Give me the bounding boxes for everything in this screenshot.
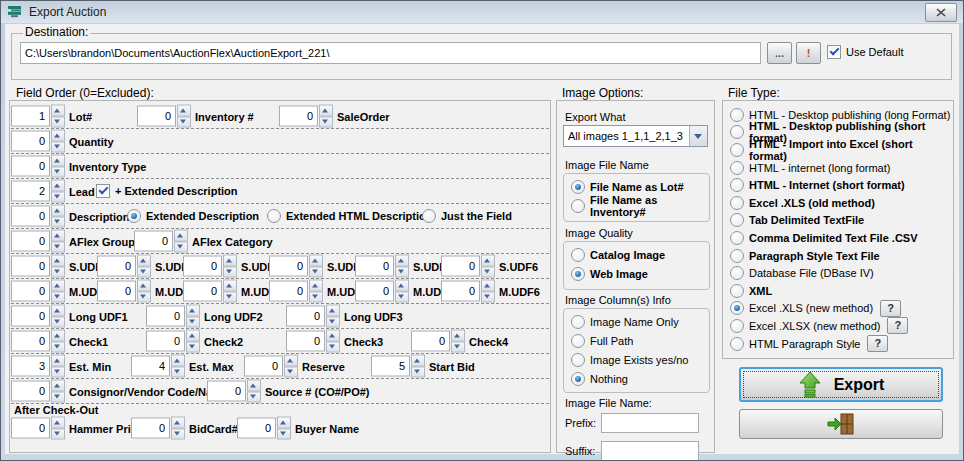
spinner-down-button[interactable] bbox=[319, 116, 333, 128]
spinner-up-button[interactable] bbox=[309, 255, 323, 267]
export-what-dropdown[interactable]: All images 1_1,1_2,1_3 bbox=[563, 125, 708, 147]
radio-option-image-name-only[interactable]: Image Name Only bbox=[564, 312, 709, 331]
spinner-up-button[interactable] bbox=[411, 355, 425, 367]
spinner-up-button[interactable] bbox=[51, 280, 65, 292]
file-type-option-excel-xls-old-method[interactable]: Excel .XLS (old method) bbox=[723, 194, 953, 212]
radio-option-file-name-as-inventory[interactable]: File Name as Inventory# bbox=[564, 196, 709, 215]
spinner-value[interactable]: 0 bbox=[134, 231, 173, 252]
radio-option-extended-description[interactable]: Extended Description bbox=[127, 209, 259, 223]
spinner-down-button[interactable] bbox=[51, 191, 65, 203]
spinner-down-button[interactable] bbox=[326, 316, 340, 328]
spinner-down-button[interactable] bbox=[51, 166, 65, 178]
spinner-value[interactable]: 0 bbox=[131, 418, 170, 439]
spinner-down-button[interactable] bbox=[137, 266, 151, 278]
spinner-up-button[interactable] bbox=[186, 330, 200, 342]
spinner-value[interactable]: 0 bbox=[286, 331, 325, 352]
spinner-value[interactable]: 0 bbox=[441, 281, 480, 302]
spinner-down-button[interactable] bbox=[51, 141, 65, 153]
spinner-value[interactable]: 1 bbox=[11, 106, 50, 127]
spinner-up-button[interactable] bbox=[319, 105, 333, 117]
spinner-down-button[interactable] bbox=[51, 428, 65, 440]
export-button[interactable]: Export bbox=[739, 367, 943, 402]
file-type-option-excel-xls-new-method[interactable]: Excel .XLS (new method)? bbox=[723, 300, 953, 318]
spinner-down-button[interactable] bbox=[481, 266, 495, 278]
spinner-up-button[interactable] bbox=[247, 380, 261, 392]
checkbox-extended-description[interactable]: + Extended Description bbox=[96, 184, 238, 198]
spinner-up-button[interactable] bbox=[51, 417, 65, 429]
spinner-down-button[interactable] bbox=[51, 216, 65, 228]
spinner-down-button[interactable] bbox=[171, 366, 185, 378]
spinner-up-button[interactable] bbox=[171, 355, 185, 367]
spinner-value[interactable]: 0 bbox=[11, 156, 50, 177]
spinner-up-button[interactable] bbox=[309, 280, 323, 292]
spinner-value[interactable]: 0 bbox=[355, 256, 394, 277]
prefix-input[interactable] bbox=[601, 413, 699, 433]
spinner-up-button[interactable] bbox=[174, 230, 188, 242]
spinner-up-button[interactable] bbox=[51, 330, 65, 342]
spinner-up-button[interactable] bbox=[223, 255, 237, 267]
destination-path-input[interactable] bbox=[20, 42, 761, 64]
spinner-up-button[interactable] bbox=[326, 330, 340, 342]
spinner-down-button[interactable] bbox=[395, 291, 409, 303]
spinner-value[interactable]: 0 bbox=[11, 281, 50, 302]
spinner-value[interactable]: 0 bbox=[11, 231, 50, 252]
file-type-option-paragraph-style-text-file[interactable]: Paragraph Style Text File bbox=[723, 247, 953, 265]
spinner-down-button[interactable] bbox=[51, 366, 65, 378]
spinner-up-button[interactable] bbox=[177, 105, 191, 117]
spinner-down-button[interactable] bbox=[284, 366, 298, 378]
file-type-option-comma-delimited-text-file-csv[interactable]: Comma Delimited Text File .CSV bbox=[723, 229, 953, 247]
spinner-down-button[interactable] bbox=[223, 291, 237, 303]
spinner-up-button[interactable] bbox=[137, 255, 151, 267]
spinner-down-button[interactable] bbox=[186, 341, 200, 353]
spinner-value[interactable]: 0 bbox=[441, 256, 480, 277]
spinner-down-button[interactable] bbox=[174, 241, 188, 253]
radio-option-web-image[interactable]: Web Image bbox=[564, 264, 709, 283]
spinner-down-button[interactable] bbox=[309, 291, 323, 303]
chevron-down-icon[interactable] bbox=[689, 126, 707, 146]
spinner-up-button[interactable] bbox=[51, 205, 65, 217]
spinner-value[interactable]: 0 bbox=[11, 381, 50, 402]
help-button[interactable]: ? bbox=[880, 300, 901, 317]
browse-button[interactable]: ... bbox=[767, 42, 792, 64]
spinner-value[interactable]: 0 bbox=[411, 331, 450, 352]
spinner-value[interactable]: 0 bbox=[137, 106, 176, 127]
spinner-down-button[interactable] bbox=[411, 366, 425, 378]
spinner-value[interactable]: 0 bbox=[279, 106, 318, 127]
help-button[interactable]: ? bbox=[887, 317, 908, 334]
spinner-value[interactable]: 0 bbox=[11, 331, 50, 352]
spinner-down-button[interactable] bbox=[51, 116, 65, 128]
spinner-value[interactable]: 0 bbox=[183, 281, 222, 302]
spinner-down-button[interactable] bbox=[395, 266, 409, 278]
spinner-value[interactable]: 0 bbox=[11, 306, 50, 327]
spinner-value[interactable]: 0 bbox=[207, 381, 246, 402]
spinner-down-button[interactable] bbox=[223, 266, 237, 278]
radio-option-image-exists-yes-no[interactable]: Image Exists yes/no bbox=[564, 350, 709, 369]
spinner-up-button[interactable] bbox=[51, 105, 65, 117]
spinner-down-button[interactable] bbox=[326, 341, 340, 353]
file-type-option-excel-xlsx-new-method[interactable]: Excel .XLSX (new method)? bbox=[723, 317, 953, 335]
spinner-up-button[interactable] bbox=[223, 280, 237, 292]
spinner-down-button[interactable] bbox=[451, 341, 465, 353]
spinner-value[interactable]: 3 bbox=[11, 356, 50, 377]
spinner-value[interactable]: 0 bbox=[244, 356, 283, 377]
file-type-option-html-internet-short-format[interactable]: HTML - Internet (short format) bbox=[723, 176, 953, 194]
spinner-up-button[interactable] bbox=[51, 305, 65, 317]
spinner-up-button[interactable] bbox=[51, 355, 65, 367]
spinner-up-button[interactable] bbox=[277, 417, 291, 429]
radio-option-just-the-field[interactable]: Just the Field bbox=[422, 209, 512, 223]
spinner-down-button[interactable] bbox=[51, 316, 65, 328]
file-type-option-html-paragraph-style[interactable]: HTML Paragraph Style? bbox=[723, 335, 953, 353]
spinner-up-button[interactable] bbox=[186, 305, 200, 317]
spinner-up-button[interactable] bbox=[51, 380, 65, 392]
spinner-up-button[interactable] bbox=[51, 155, 65, 167]
spinner-value[interactable]: 0 bbox=[146, 306, 185, 327]
spinner-value[interactable]: 0 bbox=[97, 281, 136, 302]
spinner-down-button[interactable] bbox=[137, 291, 151, 303]
radio-option-catalog-image[interactable]: Catalog Image bbox=[564, 245, 709, 264]
exit-button[interactable] bbox=[739, 409, 943, 439]
spinner-up-button[interactable] bbox=[326, 305, 340, 317]
help-button[interactable]: ? bbox=[867, 335, 888, 352]
spinner-down-button[interactable] bbox=[51, 266, 65, 278]
spinner-down-button[interactable] bbox=[51, 241, 65, 253]
spinner-value[interactable]: 0 bbox=[11, 131, 50, 152]
